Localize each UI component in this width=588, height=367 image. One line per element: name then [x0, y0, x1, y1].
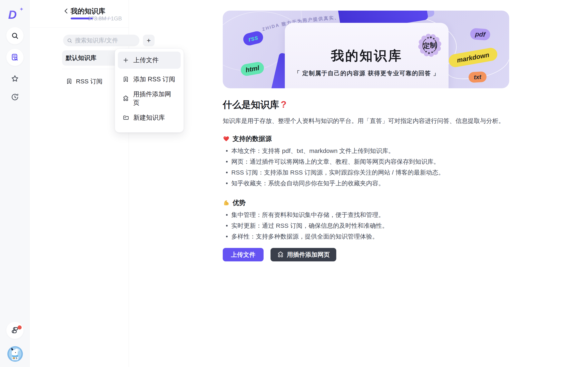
- knowledge-panel: 我的知识库 373.8M / 1GB + 默认知识库 RSS 订阅: [30, 0, 129, 367]
- cta-row: 上传文件 用插件添加网页: [223, 248, 509, 261]
- list-item: RSS 订阅：支持添加 RSS 订阅源，实时跟踪你关注的网站 / 博客的最新动态…: [223, 167, 509, 178]
- star-icon: [11, 75, 19, 83]
- logo-sparkle-icon: ✦: [19, 6, 24, 12]
- panel-title: 我的知识库: [71, 7, 105, 16]
- search-input[interactable]: [75, 37, 132, 44]
- storage-label: 373.8M / 1GB: [88, 16, 122, 22]
- stamp-label: 定制: [423, 41, 437, 50]
- panel-header: 我的知识库 373.8M / 1GB: [30, 0, 129, 27]
- add-webpage-plugin-button[interactable]: 用插件添加网页: [270, 248, 336, 261]
- panel-search[interactable]: [63, 35, 139, 46]
- list-item: 多样性：支持多种数据源，提供全面的知识管理体验。: [223, 231, 509, 242]
- menu-item-label: 用插件添加网页: [133, 90, 176, 107]
- folder-new-icon: [122, 114, 129, 121]
- menu-item-label: 添加 RSS 订阅: [133, 75, 175, 83]
- list-item: 网页：通过插件可以将网络上的文章、教程、新闻等网页内容保存到知识库。: [223, 156, 509, 167]
- rail-knowledge-base-button[interactable]: [6, 49, 24, 66]
- list-item: 实时更新：通过 RSS 订阅，确保信息的及时性和准确性。: [223, 220, 509, 231]
- search-icon: [67, 38, 72, 43]
- hero-subtitle: 「 定制属于自己的内容源 获得更专业可靠的回答 」: [285, 69, 449, 77]
- advantage-list: 集中管理：所有资料和知识集中存储，便于查找和管理。 实时更新：通过 RSS 订阅…: [223, 209, 509, 242]
- main-content: ZHIDA 致力于为用户提供真实、可信回答的 AI 搜索产品 我的知识库 「 定…: [223, 11, 509, 261]
- menu-item-new-knowledge-base[interactable]: 新建知识库: [118, 109, 181, 126]
- search-icon: [11, 32, 19, 40]
- icon-rail: D ✦: [0, 0, 30, 367]
- knowledge-base-icon: [11, 53, 19, 62]
- add-dropdown-menu: 上传文件 添加 RSS 订阅 用插件添加网页 新建知识库: [115, 49, 184, 133]
- question-mark-emoji: ?: [281, 99, 286, 110]
- bookmark-plus-icon: [66, 78, 73, 85]
- intro-text: 知识库是用于存放、整理个人资料与知识的平台。用「直答」可对指定内容进行问答、信息…: [223, 117, 509, 125]
- custom-stamp: 定制: [416, 31, 444, 59]
- logo-letter: D: [8, 8, 16, 21]
- section-title-data-sources: 支持的数据源: [223, 135, 509, 143]
- rail-search-button[interactable]: [6, 27, 24, 44]
- section-title-advantages: 优势: [223, 199, 509, 207]
- list-item: 本地文件：支持将 pdf、txt、markdown 文件上传到知识库。: [223, 145, 509, 156]
- kb-item-label: 默认知识库: [66, 54, 96, 62]
- biceps-emoji: [223, 200, 230, 206]
- puzzle-icon: [277, 251, 284, 258]
- menu-item-add-webpage-plugin[interactable]: 用插件添加网页: [118, 90, 181, 107]
- upload-file-button[interactable]: 上传文件: [223, 248, 264, 261]
- bookmark-plus-icon: [122, 76, 129, 83]
- back-button[interactable]: [62, 7, 70, 16]
- rss-item-label: RSS 订阅: [76, 77, 103, 86]
- rail-history-button[interactable]: [6, 89, 24, 106]
- page-title: 什么是知识库 ?: [223, 99, 509, 111]
- badge-pdf: pdf: [470, 28, 491, 41]
- plus-icon: [122, 57, 129, 64]
- menu-item-add-rss[interactable]: 添加 RSS 订阅: [118, 71, 181, 88]
- notification-dot: [17, 325, 22, 329]
- heart-emoji: [223, 136, 230, 142]
- chevron-left-icon: [63, 8, 69, 14]
- rail-favorites-button[interactable]: [6, 70, 24, 87]
- puzzle-icon: [122, 95, 129, 102]
- avatar[interactable]: [7, 346, 23, 362]
- menu-item-upload-file[interactable]: 上传文件: [118, 52, 181, 69]
- menu-item-label: 上传文件: [133, 56, 159, 64]
- list-item: 知乎收藏夹：系统会自动同步你在知乎上的收藏夹内容。: [223, 178, 509, 189]
- menu-item-label: 新建知识库: [133, 113, 165, 122]
- app-logo[interactable]: D ✦: [8, 8, 22, 21]
- hero-banner: ZHIDA 致力于为用户提供真实、可信回答的 AI 搜索产品 我的知识库 「 定…: [223, 11, 509, 88]
- panel-add-button[interactable]: +: [143, 35, 155, 46]
- data-source-list: 本地文件：支持将 pdf、txt、markdown 文件上传到知识库。 网页：通…: [223, 145, 509, 189]
- history-icon: [11, 93, 19, 101]
- badge-txt: txt: [468, 71, 487, 83]
- rail-library-button[interactable]: [6, 322, 24, 339]
- list-item: 集中管理：所有资料和知识集中存储，便于查找和管理。: [223, 209, 509, 220]
